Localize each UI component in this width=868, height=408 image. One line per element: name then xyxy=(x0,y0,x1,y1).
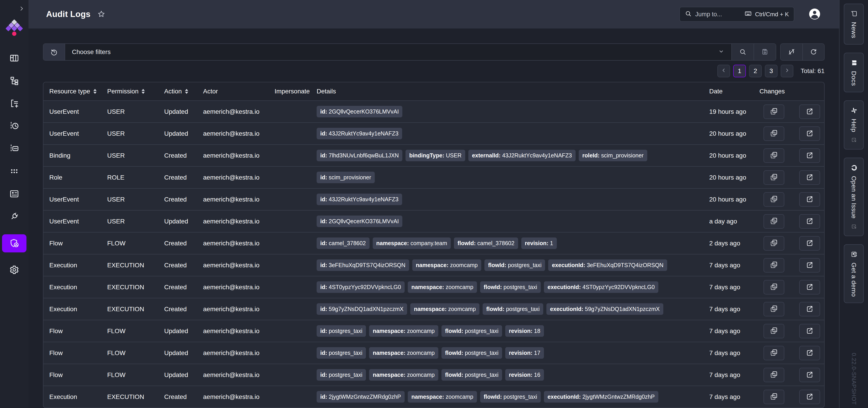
filter-history-button[interactable] xyxy=(43,44,65,60)
open-in-new-button[interactable] xyxy=(799,346,820,360)
chevron-right-icon xyxy=(18,9,25,12)
favorite-button[interactable] xyxy=(97,10,105,19)
rail-tab-help[interactable]: Help xyxy=(844,100,864,150)
diff-icon xyxy=(770,173,778,182)
view-changes-button[interactable] xyxy=(764,258,784,273)
star-icon xyxy=(97,15,105,19)
open-in-new-button[interactable] xyxy=(799,258,820,273)
pagination-prev-button[interactable] xyxy=(717,65,730,77)
open-in-new-button[interactable] xyxy=(799,104,820,119)
sidebar-item-templates[interactable] xyxy=(2,99,27,108)
external-link-icon xyxy=(850,224,857,229)
refresh-button[interactable] xyxy=(802,44,824,60)
column-label: Action xyxy=(164,88,182,95)
rail-tab-open-an-issue[interactable]: Open an Issue xyxy=(844,158,864,236)
view-changes-button[interactable] xyxy=(764,192,784,207)
open-in-new-button[interactable] xyxy=(799,368,820,382)
sidebar-item-flows[interactable] xyxy=(2,76,27,86)
sort-icon[interactable] xyxy=(93,89,97,94)
rail-tab-docs[interactable]: Docs xyxy=(844,53,864,92)
column-header-action[interactable]: Action xyxy=(164,88,203,95)
view-changes-button[interactable] xyxy=(764,324,784,338)
sidebar-item-settings[interactable] xyxy=(2,265,27,275)
changes-cell xyxy=(760,148,824,163)
pagination-page-1[interactable]: 1 xyxy=(733,65,746,77)
diff-icon xyxy=(770,261,778,270)
sidebar-item-blueprints[interactable] xyxy=(2,189,27,199)
sidebar-item-dashboards[interactable] xyxy=(2,53,27,63)
diff-icon xyxy=(770,195,778,204)
view-changes-button[interactable] xyxy=(764,280,784,294)
view-changes-button[interactable] xyxy=(764,126,784,141)
open-in-new-button[interactable] xyxy=(799,126,820,141)
view-changes-button[interactable] xyxy=(764,170,784,185)
save-icon xyxy=(761,48,769,56)
changes-cell xyxy=(760,368,824,382)
view-changes-button[interactable] xyxy=(764,346,784,360)
sidebar-item-executions[interactable] xyxy=(2,121,27,131)
open-in-new-button[interactable] xyxy=(799,324,820,338)
detail-badge: id: 3eFEhuXqD9TS7Q4izORSQN xyxy=(317,259,409,271)
open-in-new-button[interactable] xyxy=(799,302,820,316)
open-in-new-button[interactable] xyxy=(799,390,820,404)
pagination-page-3[interactable]: 3 xyxy=(765,65,778,77)
open-in-new-button[interactable] xyxy=(799,214,820,229)
detail-badge: namespace: zoomcamp xyxy=(412,259,482,271)
pagination-next-button[interactable] xyxy=(781,65,794,77)
detail-badge: executionId: 3eFEhuXqD9TS7Q4izORSQN xyxy=(548,259,667,271)
detail-badge: flowId: postgres_taxi xyxy=(441,369,502,381)
user-avatar[interactable] xyxy=(808,7,822,21)
filter-save-button[interactable] xyxy=(753,44,776,60)
column-header-impersonate: Impersonate xyxy=(275,88,317,95)
timeline-text-icon xyxy=(9,144,19,154)
column-label: Changes xyxy=(760,88,785,95)
kestra-logo[interactable] xyxy=(0,20,29,38)
view-changes-button[interactable] xyxy=(764,148,784,163)
sidebar-item-plugins[interactable] xyxy=(2,212,27,222)
view-changes-button[interactable] xyxy=(764,302,784,316)
detail-badge: id: 2GQllvQecerKO376LMVvAI xyxy=(317,106,402,118)
diff-icon xyxy=(770,129,778,138)
column-header-permission[interactable]: Permission xyxy=(107,88,164,95)
detail-badge: revision: 16 xyxy=(505,369,544,381)
view-changes-button[interactable] xyxy=(764,390,784,404)
external-link-icon xyxy=(850,137,857,143)
sidebar-item-logs[interactable] xyxy=(2,144,27,154)
choose-filters-input[interactable]: Choose filters xyxy=(65,44,732,60)
rail-tab-news[interactable]: News xyxy=(844,4,864,44)
auto-refresh-off-button[interactable] xyxy=(781,44,802,60)
detail-badge: flowId: postgres_taxi xyxy=(480,281,541,293)
filter-search-button[interactable] xyxy=(732,44,753,60)
chevron-down-icon[interactable] xyxy=(718,48,724,56)
changes-cell xyxy=(760,390,824,404)
open-in-new-button[interactable] xyxy=(799,148,820,163)
view-changes-button[interactable] xyxy=(764,236,784,251)
rail-tab-get-a-demo[interactable]: Get a demo xyxy=(844,244,864,303)
view-changes-button[interactable] xyxy=(764,104,784,119)
open-in-new-button[interactable] xyxy=(799,236,820,251)
pagination-page-2[interactable]: 2 xyxy=(749,65,762,77)
sidebar-item-administration[interactable] xyxy=(2,234,27,252)
column-header-details: Details xyxy=(317,88,709,95)
open-in-new-button[interactable] xyxy=(799,170,820,185)
detail-badge: id: 2jygtWMzGntwzZMRdg0zhP xyxy=(317,391,405,403)
sort-icon[interactable] xyxy=(185,89,188,94)
detail-badge: executionId: 2jygtWMzGntwzZMRdg0zhP xyxy=(544,391,658,403)
permission-cell: FLOW xyxy=(107,327,164,335)
sort-icon[interactable] xyxy=(142,89,145,94)
sidebar-item-apps[interactable] xyxy=(2,166,27,177)
view-changes-button[interactable] xyxy=(764,368,784,382)
column-header-resource-type[interactable]: Resource type xyxy=(43,88,107,95)
permission-cell: EXECUTION xyxy=(107,262,164,269)
detail-badge: id: 43J2RuktYc9av4y1eNAFZ3 xyxy=(317,194,402,206)
open-in-new-icon xyxy=(806,393,814,401)
open-in-new-button[interactable] xyxy=(799,280,820,294)
open-in-new-button[interactable] xyxy=(799,192,820,207)
jump-to-search[interactable]: Jump to... Ctrl/Cmd + K xyxy=(679,7,794,22)
action-cell: Updated xyxy=(164,327,203,335)
permission-cell: ROLE xyxy=(107,174,164,181)
sidebar-collapse-button[interactable] xyxy=(18,5,25,12)
history-icon xyxy=(50,48,58,56)
right-rail: News Docs Help Open an Issue Get a demo … xyxy=(839,0,868,408)
view-changes-button[interactable] xyxy=(764,214,784,229)
